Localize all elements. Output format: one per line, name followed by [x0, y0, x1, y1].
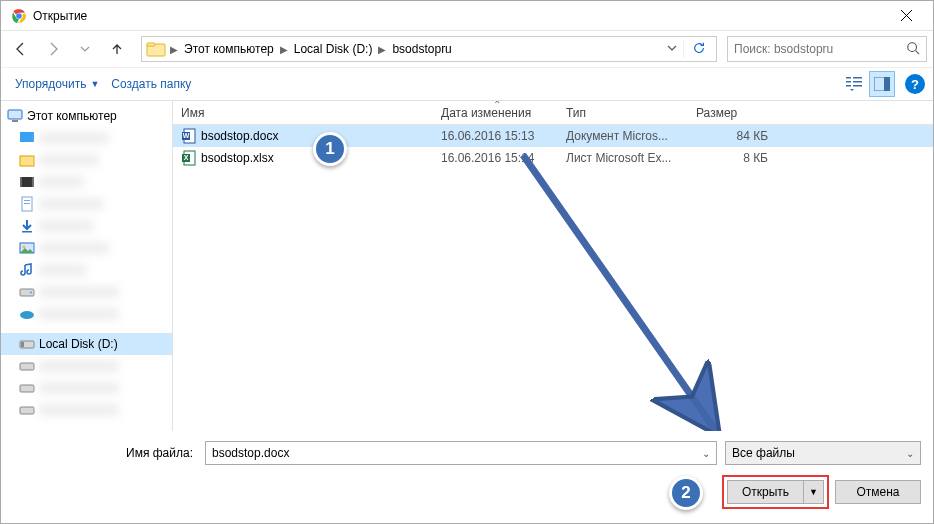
chevron-right-icon: ▶ [168, 44, 180, 55]
sidebar-item[interactable] [1, 399, 172, 421]
cancel-button[interactable]: Отмена [835, 480, 921, 504]
file-row[interactable]: W bsodstop.docx 16.06.2016 15:13 Докумен… [173, 125, 933, 147]
chevron-down-icon: ⌄ [906, 448, 914, 459]
chevron-down-icon: ▼ [809, 487, 818, 497]
svg-rect-22 [24, 203, 30, 204]
blurred-label [39, 176, 84, 188]
column-header-size[interactable]: Размер [688, 101, 776, 124]
search-icon [906, 41, 920, 58]
breadcrumb-item[interactable]: Local Disk (D:) [290, 42, 377, 56]
window-title: Открытие [33, 9, 884, 23]
back-button[interactable] [7, 35, 35, 63]
download-icon [19, 218, 35, 234]
breadcrumb-item[interactable]: bsodstopru [388, 42, 455, 56]
filename-label: Имя файла: [13, 446, 197, 460]
open-dropdown-button[interactable]: ▼ [803, 480, 824, 504]
svg-rect-32 [20, 385, 34, 392]
file-type: Документ Micros... [558, 129, 688, 143]
filename-input[interactable] [212, 446, 702, 460]
svg-point-28 [20, 311, 34, 319]
sidebar-item[interactable] [1, 355, 172, 377]
sidebar-item[interactable] [1, 149, 172, 171]
svg-rect-15 [20, 132, 34, 142]
svg-rect-21 [24, 200, 30, 201]
svg-rect-19 [32, 177, 34, 187]
new-folder-button[interactable]: Создать папку [105, 73, 197, 95]
column-header-type[interactable]: Тип [558, 101, 688, 124]
document-icon [19, 196, 35, 212]
blurred-label [39, 404, 119, 416]
file-type: Лист Microsoft Ex... [558, 151, 688, 165]
sidebar-item[interactable] [1, 259, 172, 281]
toolbar: Упорядочить▼ Создать папку ? [1, 67, 933, 101]
video-icon [19, 174, 35, 190]
search-box[interactable] [727, 36, 927, 62]
chevron-right-icon: ▶ [278, 44, 290, 55]
blurred-label [39, 242, 109, 254]
view-options-button[interactable] [841, 71, 867, 97]
breadcrumb[interactable]: ▶ Этот компьютер ▶ Local Disk (D:) ▶ bso… [141, 36, 717, 62]
sidebar-item[interactable] [1, 171, 172, 193]
help-button[interactable]: ? [905, 74, 925, 94]
sidebar-item[interactable] [1, 237, 172, 259]
blurred-label [39, 132, 109, 144]
folder-icon [146, 39, 166, 59]
column-header-name[interactable]: Имя [173, 101, 433, 124]
picture-icon [19, 240, 35, 256]
disk-icon [19, 284, 35, 300]
recent-dropdown[interactable] [71, 35, 99, 63]
search-input[interactable] [734, 42, 906, 56]
sidebar-item[interactable] [1, 281, 172, 303]
close-button[interactable] [884, 1, 929, 30]
svg-rect-16 [20, 156, 34, 166]
excel-doc-icon: X [181, 150, 197, 166]
svg-point-1 [16, 13, 22, 19]
svg-rect-13 [8, 110, 22, 119]
sidebar-label: Этот компьютер [27, 109, 117, 123]
desktop-icon [19, 130, 35, 146]
computer-icon [7, 108, 23, 124]
file-row[interactable]: X bsodstop.xlsx 16.06.2016 15:14 Лист Mi… [173, 147, 933, 169]
svg-rect-9 [853, 81, 862, 83]
file-list: ⌃ Имя Дата изменения Тип Размер W bsodst… [173, 101, 933, 431]
filename-combobox[interactable]: ⌄ [205, 441, 717, 465]
titlebar: Открытие [1, 1, 933, 31]
preview-pane-button[interactable] [869, 71, 895, 97]
svg-rect-6 [846, 81, 851, 83]
svg-rect-33 [20, 407, 34, 414]
file-size: 84 КБ [688, 129, 776, 143]
onedrive-icon [19, 306, 35, 322]
breadcrumb-dropdown-icon[interactable] [661, 42, 683, 56]
sidebar-label: Local Disk (D:) [39, 337, 118, 351]
sidebar-item[interactable] [1, 377, 172, 399]
sidebar-item[interactable] [1, 215, 172, 237]
svg-rect-8 [853, 77, 862, 79]
sidebar-local-disk[interactable]: Local Disk (D:) [1, 333, 172, 355]
file-name: bsodstop.xlsx [201, 151, 274, 165]
refresh-icon[interactable] [683, 41, 714, 58]
up-button[interactable] [103, 35, 131, 63]
column-header-row: Имя Дата изменения Тип Размер [173, 101, 933, 125]
svg-rect-10 [853, 85, 862, 87]
blurred-label [39, 308, 119, 320]
svg-line-41 [523, 155, 716, 431]
sidebar-this-pc[interactable]: Этот компьютер [1, 105, 172, 127]
sidebar-item[interactable] [1, 127, 172, 149]
filetype-filter[interactable]: Все файлы ⌄ [725, 441, 921, 465]
file-open-dialog: Открытие ▶ Этот компьютер ▶ Local Disk (… [0, 0, 934, 524]
sidebar-item[interactable] [1, 193, 172, 215]
forward-button[interactable] [39, 35, 67, 63]
blurred-label [39, 382, 119, 394]
navbar: ▶ Этот компьютер ▶ Local Disk (D:) ▶ bso… [1, 31, 933, 67]
dialog-body: Этот компьютер Local Disk (D:) ⌃ Имя [1, 101, 933, 431]
breadcrumb-item[interactable]: Этот компьютер [180, 42, 278, 56]
disk-icon [19, 336, 35, 352]
filter-label: Все файлы [732, 446, 795, 460]
svg-point-4 [908, 42, 917, 51]
sidebar-item[interactable] [1, 303, 172, 325]
organize-menu[interactable]: Упорядочить▼ [9, 73, 105, 95]
blurred-label [39, 286, 119, 298]
chevron-down-icon[interactable]: ⌄ [702, 448, 710, 459]
sidebar: Этот компьютер Local Disk (D:) [1, 101, 173, 431]
open-button[interactable]: Открыть [727, 480, 803, 504]
